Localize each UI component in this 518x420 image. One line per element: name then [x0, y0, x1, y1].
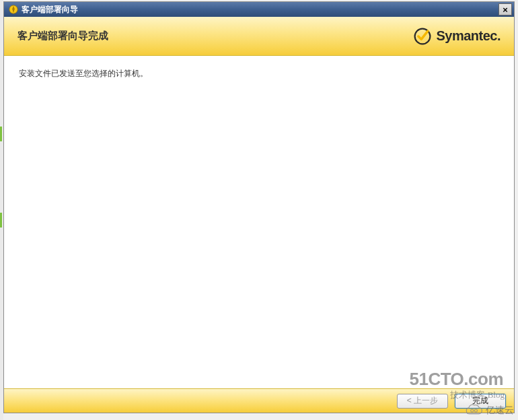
- window-title: 客户端部署向导: [22, 4, 498, 15]
- content-area: 安装文件已发送至您选择的计算机。: [4, 56, 514, 388]
- wizard-window: 客户端部署向导 × 客户端部署向导完成 Symantec. 安装文件已发送至您选…: [3, 1, 515, 413]
- cloud-icon: [466, 404, 483, 417]
- watermark-yisu: 亿速云: [466, 404, 514, 417]
- back-button-label: < 上一步: [407, 395, 438, 407]
- brand-logo: Symantec.: [413, 27, 501, 46]
- app-icon: [8, 4, 19, 15]
- symantec-check-icon: [413, 27, 432, 46]
- back-button[interactable]: < 上一步: [397, 394, 448, 409]
- decoration: [0, 127, 2, 141]
- titlebar: 客户端部署向导 ×: [4, 2, 514, 17]
- close-icon: ×: [503, 5, 508, 15]
- watermark-51cto: 51CTO.com: [409, 369, 503, 390]
- header-band: 客户端部署向导完成 Symantec.: [4, 17, 514, 56]
- watermark-blog: 技术博客 Blog: [450, 389, 505, 401]
- footer-band: < 上一步 完成: [4, 388, 514, 413]
- svg-point-3: [474, 409, 477, 412]
- close-button[interactable]: ×: [498, 3, 512, 15]
- watermark-yisu-text: 亿速云: [486, 405, 514, 417]
- svg-point-2: [471, 409, 474, 412]
- status-message: 安装文件已发送至您选择的计算机。: [19, 68, 499, 79]
- decoration: [0, 213, 2, 228]
- page-title: 客户端部署向导完成: [17, 30, 108, 42]
- brand-name: Symantec.: [436, 28, 501, 44]
